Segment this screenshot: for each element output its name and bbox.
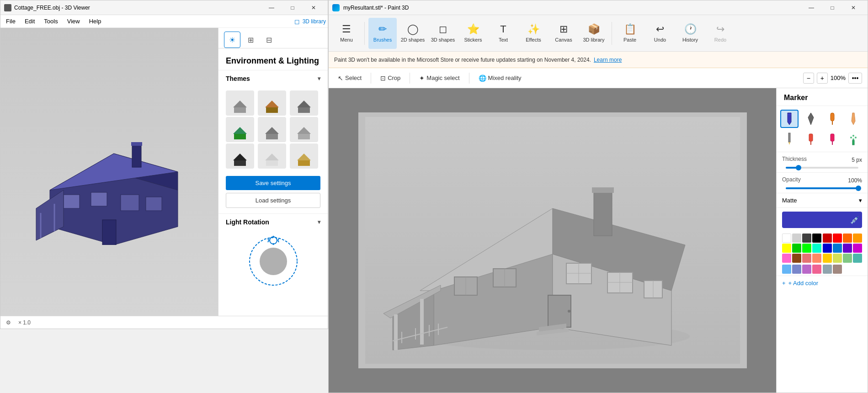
sec-tool-select[interactable]: ↖ Select [334,73,365,84]
theme-cell-1[interactable] [226,90,254,116]
close-button[interactable]: ✕ [303,0,324,15]
color-hotpink[interactable] [812,265,821,274]
theme-cell-7[interactable] [226,143,254,169]
thickness-slider[interactable] [786,167,858,169]
color-lightgray[interactable] [792,234,801,243]
color-darkred[interactable] [823,234,832,243]
brush-tool-watercolor[interactable] [844,110,863,128]
save-settings-button[interactable]: Save settings [226,176,320,190]
toolbar-sep-2 [612,22,612,45]
toolbar-brushes[interactable]: ✏ Brushes [368,18,397,49]
color-magenta[interactable] [853,244,862,253]
color-amber[interactable] [853,234,862,243]
color-tan[interactable] [833,265,842,274]
tab-display[interactable]: ⊟ [261,32,277,48]
color-green[interactable] [802,244,811,253]
toolbar-paste[interactable]: 📋 Paste [616,18,644,49]
color-orange[interactable] [843,234,852,243]
color-white[interactable] [782,234,791,243]
color-brown[interactable] [792,254,801,263]
minimize-button[interactable]: — [261,0,282,15]
color-indigo[interactable] [792,265,801,274]
brush-tool-spray[interactable] [844,130,863,148]
color-salmon[interactable] [802,254,811,263]
color-lightgreen[interactable] [843,254,852,263]
maximize-button[interactable]: □ [282,0,303,15]
color-yellow[interactable] [782,244,791,253]
color-violet[interactable] [802,265,811,274]
color-sky[interactable] [782,265,791,274]
load-settings-button[interactable]: Load settings [226,193,320,208]
eyedropper-icon[interactable]: 💉 [850,216,859,224]
color-darkgreen[interactable] [792,244,801,253]
svg-rect-81 [831,134,834,141]
tab-light[interactable]: ☀ [224,32,240,48]
toolbar-2d-shapes[interactable]: ◯ 2D shapes [399,18,427,49]
brush-tool-marker[interactable] [780,110,799,128]
brush-tool-oil[interactable] [823,110,841,128]
menu-tools[interactable]: Tools [40,17,61,26]
learn-more-link[interactable]: Learn more [594,57,622,63]
color-gold[interactable] [823,254,832,263]
tab-grid[interactable]: ⊞ [242,32,259,48]
paint3d-close-button[interactable]: ✕ [843,0,864,15]
toolbar-undo[interactable]: ↩ Undo [646,18,674,49]
themes-section: Themes ▾ [218,70,328,213]
color-darkblue[interactable] [823,244,832,253]
color-darkgray[interactable] [802,234,811,243]
theme-cell-9[interactable] [290,143,318,169]
toolbar-3d-shapes[interactable]: ◻ 3D shapes [429,18,457,49]
color-blue[interactable] [833,244,842,253]
menu-edit[interactable]: Edit [21,17,38,26]
toolbar-menu[interactable]: ☰ Menu [332,18,361,49]
add-color-button[interactable]: + + Add color [777,276,868,290]
light-rotation-header[interactable]: Light Rotation ▾ [218,214,328,230]
color-coral[interactable] [812,254,821,263]
color-purple[interactable] [843,244,852,253]
brush-tool-highlighter-pink[interactable] [802,130,820,148]
toolbar-redo[interactable]: ↪ Redo [706,18,735,49]
canvas-area[interactable] [329,88,776,393]
stickers-icon: ⭐ [467,23,479,35]
zoom-more-button[interactable]: ••• [848,73,862,84]
menu-file[interactable]: File [2,17,19,26]
color-red[interactable] [833,234,842,243]
toolbar-canvas[interactable]: ⊞ Canvas [549,18,578,49]
theme-cell-2[interactable] [258,90,286,116]
sec-tool-crop[interactable]: ⊡ Crop [377,73,404,84]
toolbar-text[interactable]: T Text [489,18,517,49]
brush-tool-calligraphy[interactable] [802,110,820,128]
sec-tool-mixed-reality[interactable]: 🌐 Mixed reality [475,73,525,84]
active-color-swatch[interactable]: 💉 [782,212,862,228]
menu-view[interactable]: View [64,17,84,26]
toolbar-stickers[interactable]: ⭐ Stickers [459,18,487,49]
color-lime[interactable] [833,254,842,263]
rotation-dial[interactable] [246,234,301,289]
toolbar-effects[interactable]: ✨ Effects [519,18,548,49]
zoom-plus-button[interactable]: + [817,73,828,84]
material-dropdown[interactable]: Matte ▾ [777,193,868,208]
theme-cell-8[interactable] [258,143,286,169]
zoom-minus-button[interactable]: − [803,73,814,84]
paint3d-minimize-button[interactable]: — [801,0,822,15]
color-black[interactable] [812,234,821,243]
theme-cell-6[interactable] [290,117,318,142]
theme-cell-4[interactable] [226,117,254,142]
sec-tool-magic-select[interactable]: ✦ Magic select [415,73,463,84]
color-teal[interactable] [812,244,821,253]
color-cyan[interactable] [853,254,862,263]
themes-header[interactable]: Themes ▾ [218,70,328,87]
menu-help[interactable]: Help [85,17,105,26]
color-pink[interactable] [782,254,791,263]
brush-tool-pencil[interactable] [780,130,799,148]
color-bluegray[interactable] [823,265,832,274]
theme-cell-5[interactable] [258,117,286,142]
theme-cell-3[interactable] [290,90,318,116]
3d-library-link[interactable]: 3D library [303,18,326,25]
footer-settings-icon[interactable]: ⚙ [6,319,11,326]
brush-tool-highlighter-red[interactable] [823,130,841,148]
toolbar-history[interactable]: 🕐 History [676,18,704,49]
paint3d-maximize-button[interactable]: □ [822,0,843,15]
toolbar-3d-library[interactable]: 📦 3D library [580,18,608,49]
opacity-slider[interactable] [786,187,858,189]
